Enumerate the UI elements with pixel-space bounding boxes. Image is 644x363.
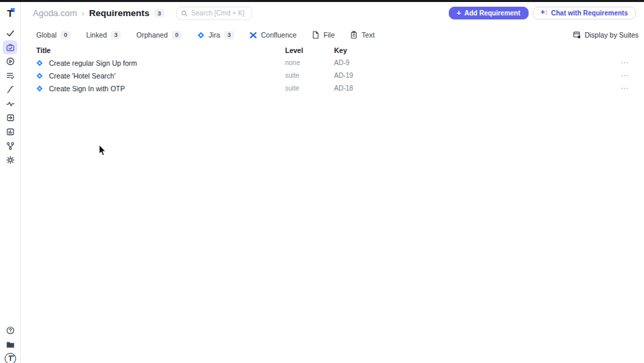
filter-confluence[interactable]: Confluence bbox=[250, 31, 297, 39]
search-input[interactable] bbox=[191, 9, 248, 17]
column-title: Title bbox=[36, 46, 285, 54]
user-avatar[interactable]: T bbox=[3, 352, 18, 363]
requirement-level: suite bbox=[285, 85, 334, 92]
table-row[interactable]: Create Sign In with OTP suite AD-18 ⋯ bbox=[21, 82, 644, 95]
suites-layout-icon bbox=[573, 31, 581, 39]
wand-icon bbox=[6, 85, 15, 94]
pulse-icon bbox=[6, 99, 15, 108]
chat-with-requirements-button[interactable]: Chat with Requirements bbox=[533, 7, 636, 19]
breadcrumb-chevron: › bbox=[82, 9, 85, 18]
page-title: Requirements bbox=[89, 8, 150, 18]
clipboard-icon bbox=[350, 31, 358, 39]
breadcrumb-project[interactable]: Agoda.com bbox=[33, 8, 77, 18]
column-key: Key bbox=[334, 46, 616, 54]
row-menu-button[interactable]: ⋯ bbox=[616, 59, 629, 66]
sidebar-item-plans[interactable] bbox=[3, 68, 17, 83]
search-box[interactable] bbox=[176, 7, 252, 20]
main-content: Agoda.com › Requirements 3 + Add Require… bbox=[21, 2, 644, 363]
row-menu-button[interactable]: ⋯ bbox=[616, 72, 629, 79]
sidebar-item-projects[interactable] bbox=[3, 338, 18, 352]
folder-icon bbox=[6, 340, 15, 349]
row-menu-button[interactable]: ⋯ bbox=[616, 85, 629, 92]
jira-icon bbox=[197, 32, 205, 39]
play-circle-icon bbox=[6, 57, 15, 66]
jira-icon bbox=[36, 60, 43, 66]
jira-icon bbox=[36, 85, 43, 92]
check-icon bbox=[6, 29, 15, 38]
table-row[interactable]: Create 'Hotel Search' suite AD-19 ⋯ bbox=[21, 69, 644, 82]
sidebar-item-import[interactable] bbox=[3, 111, 17, 125]
confluence-icon bbox=[250, 32, 257, 39]
search-icon bbox=[181, 10, 188, 17]
sidebar-item-tests[interactable] bbox=[3, 26, 17, 40]
file-icon bbox=[312, 31, 319, 39]
sidebar-item-pulse[interactable] bbox=[3, 97, 17, 111]
requirement-title: Create 'Hotel Search' bbox=[49, 72, 115, 80]
requirement-level: none bbox=[285, 59, 334, 66]
column-level: Level bbox=[285, 46, 334, 54]
sidebar-item-branches[interactable] bbox=[3, 139, 17, 153]
sidebar-item-requirements[interactable] bbox=[3, 40, 17, 54]
requirement-title: Create regular Sign Up form bbox=[49, 59, 137, 67]
filter-orphaned[interactable]: Orphaned 0 bbox=[136, 31, 182, 40]
filter-linked[interactable]: Linked 3 bbox=[86, 31, 121, 40]
requirements-table: Title Level Key Create regular Sign Up f… bbox=[21, 44, 644, 95]
add-requirement-button[interactable]: + Add Requirement bbox=[449, 7, 529, 19]
jira-icon bbox=[36, 72, 43, 79]
logo-letter: T bbox=[5, 8, 15, 19]
sidebar-item-settings[interactable] bbox=[3, 153, 17, 167]
sidebar-item-design[interactable] bbox=[3, 83, 17, 97]
filter-jira[interactable]: Jira 3 bbox=[197, 31, 234, 40]
requirement-key: AD-9 bbox=[334, 59, 616, 66]
app-logo[interactable]: T bbox=[0, 2, 20, 24]
plus-icon: + bbox=[457, 9, 461, 17]
filter-global[interactable]: Global 0 bbox=[36, 31, 70, 40]
requirement-level: suite bbox=[285, 72, 334, 79]
list-check-icon bbox=[6, 71, 15, 80]
ai-sparkle-icon bbox=[541, 9, 548, 17]
filter-text[interactable]: Text bbox=[350, 31, 374, 39]
requirement-key: AD-19 bbox=[334, 72, 616, 79]
requirements-count-badge: 3 bbox=[154, 9, 164, 18]
page-header: Agoda.com › Requirements 3 + Add Require… bbox=[21, 2, 644, 24]
requirements-icon bbox=[6, 43, 15, 52]
requirement-key: AD-18 bbox=[334, 85, 616, 92]
branch-icon bbox=[6, 142, 15, 150]
avatar-logo-accent bbox=[12, 355, 14, 357]
sidebar-item-analytics[interactable] bbox=[3, 125, 17, 139]
gear-icon bbox=[6, 156, 15, 164]
filter-bar: Global 0 Linked 3 Orphaned 0 Jira 3 bbox=[21, 27, 644, 43]
import-icon bbox=[6, 113, 15, 122]
display-by-suites-button[interactable]: Display by Suites bbox=[573, 31, 639, 39]
sidebar-rail: T bbox=[0, 2, 21, 363]
sidebar-item-runs[interactable] bbox=[3, 54, 17, 68]
analytics-icon bbox=[6, 127, 15, 136]
table-row[interactable]: Create regular Sign Up form none AD-9 ⋯ bbox=[21, 56, 644, 69]
requirements-table-body: Create regular Sign Up form none AD-9 ⋯ … bbox=[21, 56, 644, 95]
sidebar-item-help[interactable] bbox=[3, 323, 18, 338]
requirement-title: Create Sign In with OTP bbox=[49, 85, 125, 93]
help-icon bbox=[6, 326, 15, 335]
table-header: Title Level Key bbox=[21, 44, 644, 56]
filter-file[interactable]: File bbox=[312, 31, 335, 39]
